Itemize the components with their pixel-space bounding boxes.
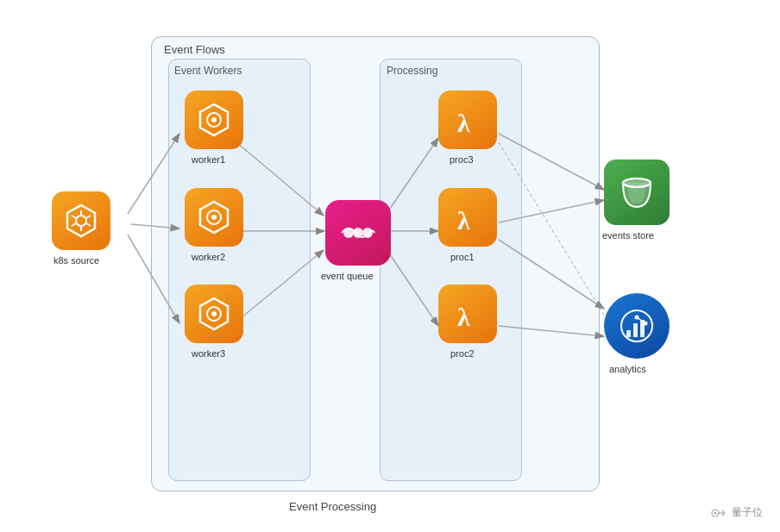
svg-point-28 bbox=[211, 215, 217, 220]
worker2-label: worker2 bbox=[192, 252, 225, 262]
svg-point-16 bbox=[76, 216, 86, 226]
worker1-node bbox=[185, 91, 243, 149]
proc1-label: proc1 bbox=[450, 252, 475, 262]
svg-line-19 bbox=[72, 216, 76, 218]
svg-point-31 bbox=[211, 311, 217, 316]
worker1-label: worker1 bbox=[192, 154, 225, 165]
proc3-label: proc3 bbox=[450, 154, 474, 165]
event-flows-label: Event Flows bbox=[164, 43, 225, 56]
svg-point-48 bbox=[714, 511, 717, 514]
svg-line-22 bbox=[86, 216, 91, 218]
worker3-node bbox=[185, 285, 243, 343]
svg-point-25 bbox=[211, 117, 217, 122]
svg-marker-15 bbox=[67, 205, 95, 236]
event-queue-node bbox=[325, 200, 391, 266]
svg-rect-41 bbox=[626, 330, 631, 337]
event-workers-label: Event Workers bbox=[174, 65, 242, 77]
svg-line-20 bbox=[86, 223, 91, 226]
svg-line-21 bbox=[72, 223, 76, 226]
worker3-label: worker3 bbox=[192, 348, 225, 359]
events-store-label: events store bbox=[602, 230, 654, 241]
analytics-label: analytics bbox=[609, 364, 646, 374]
svg-text:λ: λ bbox=[457, 109, 470, 137]
watermark-icon bbox=[711, 506, 728, 520]
svg-rect-42 bbox=[633, 323, 638, 337]
proc1-node: λ bbox=[438, 188, 497, 247]
proc2-node: λ bbox=[438, 285, 497, 343]
proc2-label: proc2 bbox=[450, 348, 475, 359]
watermark: 量子位 bbox=[711, 505, 763, 520]
processing-label: Processing bbox=[387, 65, 437, 77]
diagram-container: Event Flows Event Workers Processing bbox=[0, 0, 780, 532]
watermark-text: 量子位 bbox=[732, 505, 763, 520]
k8s-source-node bbox=[52, 191, 110, 250]
analytics-node bbox=[604, 293, 670, 359]
event-processing-footer-label: Event Processing bbox=[289, 500, 376, 513]
svg-text:λ: λ bbox=[457, 206, 470, 235]
event-queue-label: event queue bbox=[321, 271, 374, 281]
svg-text:λ: λ bbox=[457, 303, 470, 331]
proc3-node: λ bbox=[438, 91, 497, 149]
worker2-node bbox=[185, 188, 243, 247]
k8s-source-label: k8s source bbox=[53, 255, 99, 266]
events-store-node bbox=[604, 160, 670, 225]
